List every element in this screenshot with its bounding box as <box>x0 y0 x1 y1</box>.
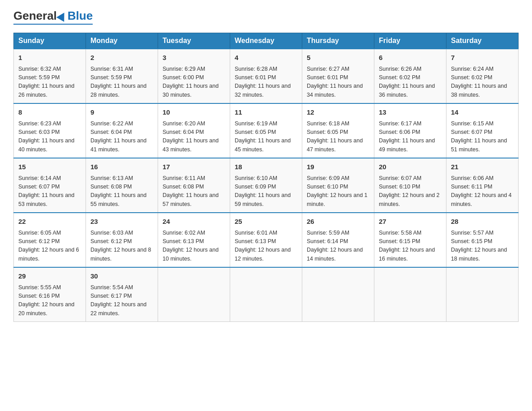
col-header-sunday: Sunday <box>14 33 86 49</box>
day-number: 6 <box>379 53 442 63</box>
day-number: 8 <box>18 107 81 118</box>
week-row-5: 29Sunrise: 5:55 AMSunset: 6:16 PMDayligh… <box>14 267 519 322</box>
day-number: 25 <box>235 217 297 227</box>
calendar-cell: 28Sunrise: 5:57 AMSunset: 6:15 PMDayligh… <box>446 213 519 267</box>
day-number: 14 <box>451 107 514 118</box>
day-info: Sunrise: 6:01 AMSunset: 6:13 PMDaylight:… <box>235 229 297 264</box>
calendar-cell: 22Sunrise: 6:05 AMSunset: 6:12 PMDayligh… <box>14 213 86 267</box>
calendar-cell: 24Sunrise: 6:02 AMSunset: 6:13 PMDayligh… <box>158 213 230 267</box>
calendar-cell: 26Sunrise: 5:59 AMSunset: 6:14 PMDayligh… <box>302 213 374 267</box>
logo-underline <box>13 24 93 25</box>
day-number: 16 <box>90 162 153 172</box>
day-info: Sunrise: 6:24 AMSunset: 6:02 PMDaylight:… <box>451 65 514 100</box>
calendar-cell: 23Sunrise: 6:03 AMSunset: 6:12 PMDayligh… <box>86 213 158 267</box>
logo-general-text: General <box>13 9 57 23</box>
calendar-cell: 16Sunrise: 6:13 AMSunset: 6:08 PMDayligh… <box>86 158 158 213</box>
header-row: SundayMondayTuesdayWednesdayThursdayFrid… <box>14 33 519 49</box>
day-info: Sunrise: 6:05 AMSunset: 6:12 PMDaylight:… <box>18 229 81 264</box>
calendar-cell: 8Sunrise: 6:23 AMSunset: 6:03 PMDaylight… <box>14 103 86 158</box>
day-number: 5 <box>307 53 369 63</box>
calendar-cell: 29Sunrise: 5:55 AMSunset: 6:16 PMDayligh… <box>14 267 86 322</box>
day-number: 12 <box>307 107 369 118</box>
day-info: Sunrise: 5:55 AMSunset: 6:16 PMDaylight:… <box>18 283 81 318</box>
day-number: 18 <box>235 162 297 172</box>
day-number: 22 <box>18 217 81 227</box>
week-row-4: 22Sunrise: 6:05 AMSunset: 6:12 PMDayligh… <box>14 213 519 267</box>
day-info: Sunrise: 6:31 AMSunset: 5:59 PMDaylight:… <box>90 65 153 100</box>
calendar-cell: 14Sunrise: 6:15 AMSunset: 6:07 PMDayligh… <box>446 103 519 158</box>
col-header-thursday: Thursday <box>302 33 374 49</box>
calendar-cell: 13Sunrise: 6:17 AMSunset: 6:06 PMDayligh… <box>374 103 446 158</box>
calendar-cell: 5Sunrise: 6:27 AMSunset: 6:01 PMDaylight… <box>302 49 374 103</box>
calendar-cell: 2Sunrise: 6:31 AMSunset: 5:59 PMDaylight… <box>86 49 158 103</box>
day-info: Sunrise: 6:29 AMSunset: 6:00 PMDaylight:… <box>163 65 225 100</box>
day-number: 19 <box>307 162 369 172</box>
day-info: Sunrise: 6:11 AMSunset: 6:08 PMDaylight:… <box>163 174 225 209</box>
logo-triangle-icon <box>56 10 68 22</box>
day-info: Sunrise: 6:14 AMSunset: 6:07 PMDaylight:… <box>18 174 81 209</box>
day-number: 20 <box>379 162 442 172</box>
day-info: Sunrise: 5:59 AMSunset: 6:14 PMDaylight:… <box>307 229 369 264</box>
day-info: Sunrise: 6:02 AMSunset: 6:13 PMDaylight:… <box>163 229 225 264</box>
calendar-cell: 19Sunrise: 6:09 AMSunset: 6:10 PMDayligh… <box>302 158 374 213</box>
calendar-cell: 17Sunrise: 6:11 AMSunset: 6:08 PMDayligh… <box>158 158 230 213</box>
calendar-cell: 18Sunrise: 6:10 AMSunset: 6:09 PMDayligh… <box>230 158 302 213</box>
logo-blue-text: Blue <box>68 9 93 23</box>
day-info: Sunrise: 6:19 AMSunset: 6:05 PMDaylight:… <box>235 120 297 154</box>
calendar-cell: 11Sunrise: 6:19 AMSunset: 6:05 PMDayligh… <box>230 103 302 158</box>
calendar-cell: 3Sunrise: 6:29 AMSunset: 6:00 PMDaylight… <box>158 49 230 103</box>
day-number: 29 <box>18 271 81 282</box>
page-header: General Blue <box>13 9 519 25</box>
calendar-cell: 15Sunrise: 6:14 AMSunset: 6:07 PMDayligh… <box>14 158 86 213</box>
day-info: Sunrise: 6:27 AMSunset: 6:01 PMDaylight:… <box>307 65 369 100</box>
day-info: Sunrise: 6:10 AMSunset: 6:09 PMDaylight:… <box>235 174 297 209</box>
day-info: Sunrise: 6:23 AMSunset: 6:03 PMDaylight:… <box>18 120 81 154</box>
calendar-cell: 7Sunrise: 6:24 AMSunset: 6:02 PMDaylight… <box>446 49 519 103</box>
day-number: 30 <box>90 271 153 282</box>
day-info: Sunrise: 6:26 AMSunset: 6:02 PMDaylight:… <box>379 65 442 100</box>
calendar-cell: 6Sunrise: 6:26 AMSunset: 6:02 PMDaylight… <box>374 49 446 103</box>
col-header-friday: Friday <box>374 33 446 49</box>
calendar-cell: 20Sunrise: 6:07 AMSunset: 6:10 PMDayligh… <box>374 158 446 213</box>
col-header-monday: Monday <box>86 33 158 49</box>
day-info: Sunrise: 6:13 AMSunset: 6:08 PMDaylight:… <box>90 174 153 209</box>
day-number: 11 <box>235 107 297 118</box>
day-info: Sunrise: 5:58 AMSunset: 6:15 PMDaylight:… <box>379 229 442 264</box>
week-row-3: 15Sunrise: 6:14 AMSunset: 6:07 PMDayligh… <box>14 158 519 213</box>
week-row-1: 1Sunrise: 6:32 AMSunset: 5:59 PMDaylight… <box>14 49 519 103</box>
day-info: Sunrise: 5:57 AMSunset: 6:15 PMDaylight:… <box>451 229 514 264</box>
day-number: 23 <box>90 217 153 227</box>
day-number: 10 <box>163 107 225 118</box>
day-info: Sunrise: 6:17 AMSunset: 6:06 PMDaylight:… <box>379 120 442 154</box>
col-header-wednesday: Wednesday <box>230 33 302 49</box>
calendar-cell <box>374 267 446 322</box>
calendar-cell: 12Sunrise: 6:18 AMSunset: 6:05 PMDayligh… <box>302 103 374 158</box>
day-number: 15 <box>18 162 81 172</box>
day-number: 13 <box>379 107 442 118</box>
col-header-saturday: Saturday <box>446 33 519 49</box>
day-number: 1 <box>18 53 81 63</box>
day-number: 21 <box>451 162 514 172</box>
calendar-cell: 9Sunrise: 6:22 AMSunset: 6:04 PMDaylight… <box>86 103 158 158</box>
day-number: 3 <box>163 53 225 63</box>
day-number: 4 <box>235 53 297 63</box>
day-info: Sunrise: 6:22 AMSunset: 6:04 PMDaylight:… <box>90 120 153 154</box>
calendar-cell: 21Sunrise: 6:06 AMSunset: 6:11 PMDayligh… <box>446 158 519 213</box>
logo: General Blue <box>13 9 93 25</box>
day-info: Sunrise: 6:20 AMSunset: 6:04 PMDaylight:… <box>163 120 225 154</box>
calendar-cell: 1Sunrise: 6:32 AMSunset: 5:59 PMDaylight… <box>14 49 86 103</box>
day-number: 2 <box>90 53 153 63</box>
day-info: Sunrise: 6:07 AMSunset: 6:10 PMDaylight:… <box>379 174 442 209</box>
day-info: Sunrise: 6:32 AMSunset: 5:59 PMDaylight:… <box>18 65 81 100</box>
day-number: 9 <box>90 107 153 118</box>
calendar-cell: 4Sunrise: 6:28 AMSunset: 6:01 PMDaylight… <box>230 49 302 103</box>
calendar-cell <box>158 267 230 322</box>
day-number: 28 <box>451 217 514 227</box>
day-number: 24 <box>163 217 225 227</box>
day-info: Sunrise: 6:18 AMSunset: 6:05 PMDaylight:… <box>307 120 369 154</box>
day-number: 17 <box>163 162 225 172</box>
day-info: Sunrise: 6:28 AMSunset: 6:01 PMDaylight:… <box>235 65 297 100</box>
day-number: 7 <box>451 53 514 63</box>
calendar-cell: 27Sunrise: 5:58 AMSunset: 6:15 PMDayligh… <box>374 213 446 267</box>
calendar-cell: 25Sunrise: 6:01 AMSunset: 6:13 PMDayligh… <box>230 213 302 267</box>
